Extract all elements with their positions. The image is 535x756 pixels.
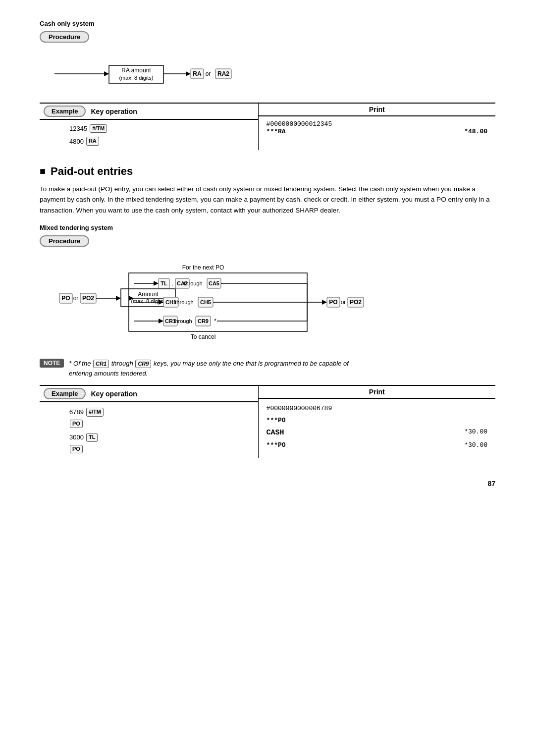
note-section: NOTE * Of the CR1 through CR9 keys, you … xyxy=(40,359,495,378)
svg-marker-1 xyxy=(104,71,109,76)
example-badge-2: Example xyxy=(44,388,86,399)
procedure-badge-1: Procedure xyxy=(40,31,89,43)
mixed-tendering-section: Mixed tendering system Procedure For the… xyxy=(40,224,495,458)
svg-text:TL: TL xyxy=(160,280,167,286)
po-diagram: For the next PO PO or PO2 Amount (max. 8… xyxy=(40,261,495,349)
svg-text:To cancel: To cancel xyxy=(191,333,216,340)
key-tm-1: #/TM xyxy=(90,124,107,133)
print-line-po-4: ***PO *30.00 xyxy=(267,439,487,451)
example-badge-1: Example xyxy=(44,106,86,117)
svg-text:Amount: Amount xyxy=(138,291,159,298)
svg-text:CA5: CA5 xyxy=(209,280,219,286)
key-po-2: PO xyxy=(70,445,83,453)
svg-text:PO2: PO2 xyxy=(350,299,362,306)
print-line-po-3: CASH *30.00 xyxy=(267,426,487,439)
svg-text:through: through xyxy=(175,299,193,305)
key-cr1-note: CR1 xyxy=(93,360,109,368)
svg-marker-46 xyxy=(159,319,163,324)
key-cr9-note: CR9 xyxy=(135,360,151,368)
po-diagram-svg: For the next PO PO or PO2 Amount (max. 8… xyxy=(40,261,386,347)
svg-text:CH5: CH5 xyxy=(200,299,211,305)
print-line-1: #0000000000012345 xyxy=(267,120,487,128)
svg-text:through: through xyxy=(184,280,202,286)
key-value-4: 3000 xyxy=(69,432,84,443)
print-line-po-1: #0000000000006789 xyxy=(267,403,487,414)
paid-out-heading: Paid-out entries xyxy=(40,165,495,178)
page: Cash only system Procedure RA amount (ma… xyxy=(0,0,535,502)
key-op-header-2: Key operation xyxy=(91,390,137,398)
key-tl-1: TL xyxy=(86,433,98,441)
svg-marker-20 xyxy=(116,296,121,301)
example-table-1: Example Key operation 12345 #/TM 4800 RA xyxy=(40,103,495,150)
mixed-tendering-label: Mixed tendering system xyxy=(40,224,495,231)
print-header-2: Print xyxy=(369,388,385,396)
svg-text:*: * xyxy=(214,318,216,324)
cash-only-section: Cash only system Procedure RA amount (ma… xyxy=(40,20,495,150)
key-value-2: 4800 xyxy=(69,138,84,145)
svg-text:or: or xyxy=(341,299,346,306)
svg-marker-27 xyxy=(154,281,159,286)
svg-text:through: through xyxy=(173,318,192,324)
cash-only-label: Cash only system xyxy=(40,20,495,27)
print-line-po-2: ***PO xyxy=(267,415,487,426)
key-value-3: 6789 xyxy=(69,406,84,418)
svg-text:(max. 8 digits): (max. 8 digits) xyxy=(119,75,153,81)
svg-text:PO2: PO2 xyxy=(82,295,94,302)
svg-text:PO: PO xyxy=(61,295,70,302)
svg-text:or: or xyxy=(206,70,211,77)
ra-diagram: RA amount (max. 8 digits) RA or RA2 xyxy=(40,56,495,93)
svg-marker-56 xyxy=(322,300,327,305)
svg-text:PO: PO xyxy=(329,299,337,306)
key-tm-2: #/TM xyxy=(86,408,104,416)
note-text: * Of the CR1 through CR9 keys, you may u… xyxy=(69,359,349,378)
svg-text:For the next PO: For the next PO xyxy=(182,264,224,271)
key-value-1: 12345 xyxy=(69,125,87,132)
ra-diagram-svg: RA amount (max. 8 digits) RA or RA2 xyxy=(40,56,277,91)
svg-marker-6 xyxy=(186,71,191,76)
svg-text:RA amount: RA amount xyxy=(121,67,151,74)
print-line-2: ***RA *48.00 xyxy=(267,128,487,135)
note-badge: NOTE xyxy=(40,359,64,368)
key-po-1: PO xyxy=(70,420,83,428)
print-header-1: Print xyxy=(369,106,385,113)
svg-text:RA2: RA2 xyxy=(217,70,229,77)
svg-text:,: , xyxy=(172,281,173,286)
svg-text:or: or xyxy=(73,295,79,302)
paid-out-body: To make a paid-out (PO) entry, you can s… xyxy=(40,184,495,216)
svg-text:RA: RA xyxy=(193,70,202,77)
key-op-header-1: Key operation xyxy=(91,108,137,115)
svg-text:CR9: CR9 xyxy=(198,318,209,324)
page-number: 87 xyxy=(487,480,495,487)
procedure-badge-2: Procedure xyxy=(40,235,89,247)
example-table-2: Example Key operation 6789 #/TM PO 3000 xyxy=(40,385,495,458)
key-ra-1: RA xyxy=(86,137,99,145)
